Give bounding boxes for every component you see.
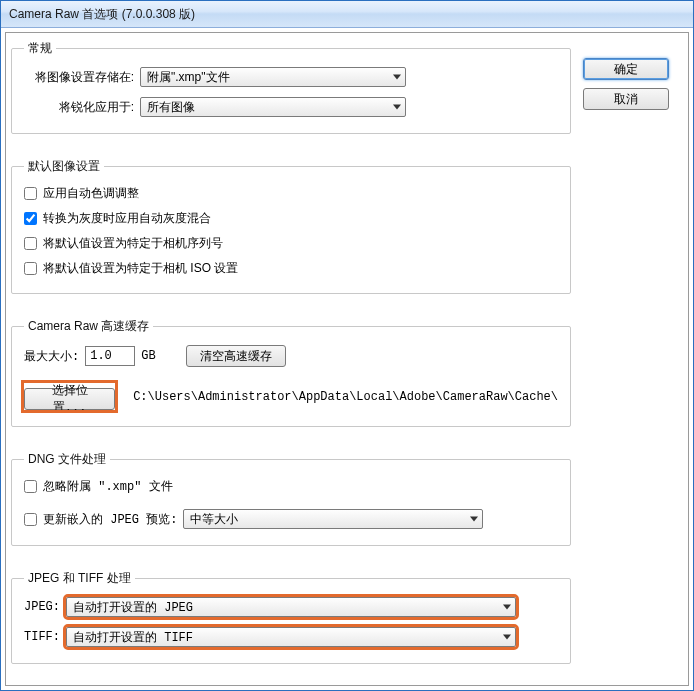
window-title: Camera Raw 首选项 (7.0.0.308 版): [9, 6, 195, 23]
legend-cache: Camera Raw 高速缓存: [24, 318, 153, 335]
label-jpeg: JPEG:: [24, 600, 60, 614]
purge-cache-button[interactable]: 清空高速缓存: [186, 345, 286, 367]
label-sharpen-apply: 将锐化应用于:: [24, 99, 134, 116]
group-defaults: 默认图像设置 应用自动色调调整 转换为灰度时应用自动灰度混合 将默认值设置为特定…: [11, 158, 571, 294]
label-max-unit: GB: [141, 349, 155, 363]
group-jpeg-tiff: JPEG 和 TIFF 处理 JPEG: 自动打开设置的 JPEG TIFF: …: [11, 570, 571, 664]
checkbox-auto-gray[interactable]: [24, 212, 37, 225]
chevron-down-icon: [503, 635, 511, 640]
label-save-settings: 将图像设置存储在:: [24, 69, 134, 86]
label-ignore-xmp: 忽略附属 ".xmp" 文件: [43, 478, 173, 495]
purge-cache-button-label: 清空高速缓存: [200, 348, 272, 365]
dropdown-save-settings-value: 附属".xmp"文件: [147, 69, 230, 86]
checkbox-specific-serial[interactable]: [24, 237, 37, 250]
label-max-size: 最大大小:: [24, 348, 79, 365]
legend-jpeg-tiff: JPEG 和 TIFF 处理: [24, 570, 135, 587]
label-specific-iso: 将默认值设置为特定于相机 ISO 设置: [43, 260, 238, 277]
dropdown-jpeg-handling[interactable]: 自动打开设置的 JPEG: [66, 597, 516, 617]
titlebar: Camera Raw 首选项 (7.0.0.308 版): [1, 1, 693, 28]
chevron-down-icon: [393, 75, 401, 80]
checkbox-ignore-xmp[interactable]: [24, 480, 37, 493]
dropdown-jpeg-preview-value: 中等大小: [190, 511, 238, 528]
dropdown-tiff-handling[interactable]: 自动打开设置的 TIFF: [66, 627, 516, 647]
cache-path: C:\Users\Administrator\AppData\Local\Ado…: [133, 390, 558, 404]
label-tiff: TIFF:: [24, 630, 60, 644]
checkbox-specific-iso[interactable]: [24, 262, 37, 275]
legend-general: 常规: [24, 40, 56, 57]
label-auto-gray: 转换为灰度时应用自动灰度混合: [43, 210, 211, 227]
select-location-button[interactable]: 选择位置...: [24, 388, 115, 410]
dropdown-sharpen-apply[interactable]: 所有图像: [140, 97, 406, 117]
label-auto-tone: 应用自动色调调整: [43, 185, 139, 202]
dropdown-sharpen-apply-value: 所有图像: [147, 99, 195, 116]
legend-defaults: 默认图像设置: [24, 158, 104, 175]
dropdown-jpeg-handling-value: 自动打开设置的 JPEG: [73, 599, 193, 616]
label-update-jpeg: 更新嵌入的 JPEG 预览:: [43, 511, 177, 528]
dropdown-tiff-handling-value: 自动打开设置的 TIFF: [73, 629, 193, 646]
chevron-down-icon: [470, 517, 478, 522]
group-cache: Camera Raw 高速缓存 最大大小: GB 清空高速缓存 选: [11, 318, 571, 427]
group-dng: DNG 文件处理 忽略附属 ".xmp" 文件 更新嵌入的 JPEG 预览: 中…: [11, 451, 571, 546]
checkbox-update-jpeg[interactable]: [24, 513, 37, 526]
label-specific-serial: 将默认值设置为特定于相机序列号: [43, 235, 223, 252]
input-max-size[interactable]: [85, 346, 135, 366]
group-general: 常规 将图像设置存储在: 附属".xmp"文件 将锐化应用于: 所有图像: [11, 40, 571, 134]
dropdown-save-settings[interactable]: 附属".xmp"文件: [140, 67, 406, 87]
dropdown-jpeg-preview-size[interactable]: 中等大小: [183, 509, 483, 529]
preferences-window: Camera Raw 首选项 (7.0.0.308 版) 常规 将图像设置存储在…: [0, 0, 694, 691]
cancel-button[interactable]: 取消: [583, 88, 669, 110]
ok-button[interactable]: 确定: [583, 58, 669, 80]
cancel-button-label: 取消: [614, 91, 638, 108]
select-location-button-label: 选择位置...: [35, 382, 104, 416]
client-area: 常规 将图像设置存储在: 附属".xmp"文件 将锐化应用于: 所有图像: [1, 28, 693, 690]
legend-dng: DNG 文件处理: [24, 451, 110, 468]
chevron-down-icon: [503, 605, 511, 610]
chevron-down-icon: [393, 105, 401, 110]
ok-button-label: 确定: [614, 61, 638, 78]
checkbox-auto-tone[interactable]: [24, 187, 37, 200]
